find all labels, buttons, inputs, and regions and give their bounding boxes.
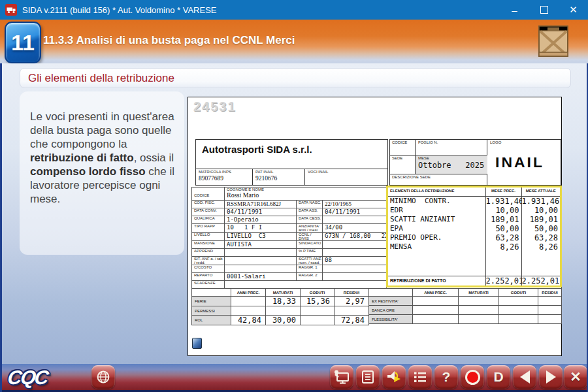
app-truck-icon: [5, 4, 17, 16]
record-button[interactable]: [461, 365, 484, 389]
help-icon: ?: [442, 369, 451, 385]
bottom-toolbar: CQC: [0, 364, 588, 392]
help-button[interactable]: ?: [434, 365, 458, 389]
payslip-head-right: CODICE FOGLIO N. SEDE MESE Ottobre 2025 …: [389, 139, 561, 186]
lesson-text-panel: Le voci presenti in quest'area della bus…: [20, 91, 184, 255]
dictionary-button[interactable]: D: [487, 365, 510, 389]
presentation-icon: [333, 369, 350, 385]
period-cell: MESE Ottobre 2025: [416, 155, 487, 174]
crate-icon: [538, 24, 568, 59]
leave-table-right: ANNI PREC.MATURATIGODUTIRESIDUI EX FESTI…: [368, 288, 562, 324]
section-title-bar: Gli elementi della retribuzione: [20, 68, 571, 88]
document-button[interactable]: [356, 365, 380, 389]
section-title: Gli elementi della retribuzione: [28, 72, 174, 85]
payslip-image: 24531 Autotrasporti SIDA s.r.l. MATRICOL…: [188, 97, 562, 356]
close-button[interactable]: ✕: [559, 0, 588, 20]
globe-icon: [96, 370, 110, 384]
window-title: SIDA v.2111 (build 156) * Aut. Voldomino…: [22, 5, 216, 15]
lesson-text: Le voci presenti in quest'area della bus…: [30, 110, 175, 206]
d-icon: D: [493, 369, 503, 385]
matricola-value: 89077689: [199, 175, 252, 182]
employee-name: Rossi Mario: [227, 191, 386, 199]
audio-button[interactable]: [382, 365, 406, 389]
cqc-logo: CQC: [7, 367, 49, 389]
lesson-title: 11.3.3 Analisi di una busta paga nel CCN…: [43, 34, 295, 47]
inail-logo: INAIL: [495, 154, 562, 171]
presentation-button[interactable]: [330, 365, 353, 389]
total-prec: 2.252,01: [485, 276, 521, 286]
record-icon: [465, 370, 480, 385]
document-icon: [361, 370, 375, 384]
list-icon: [413, 370, 427, 384]
globe-button[interactable]: [91, 365, 115, 389]
total-att: 2.252,01: [521, 276, 560, 286]
employee-table: CODICE COGNOME E NOME Rossi Mario COD. F…: [191, 187, 387, 289]
retribution-elements-table: ELEMENTI DELLA RETRIBUZIONE MESE PREC. M…: [388, 188, 560, 286]
retribution-elements-highlight: ELEMENTI DELLA RETRIBUZIONE MESE PREC. M…: [386, 186, 562, 287]
forward-button[interactable]: [539, 365, 563, 389]
forward-arrow-icon: [546, 370, 556, 384]
leave-table-left: ANNI PREC.MATURATIGODUTIRESIDUI FERIE18,…: [191, 288, 369, 325]
window-left-border: [0, 63, 2, 392]
company-name: Autotrasporti SIDA s.r.l.: [202, 144, 387, 155]
title-bar: SIDA v.2111 (build 156) * Aut. Voldomino…: [0, 0, 588, 20]
registration-row: MATRICOLA INPS 89077689 PAT INAIL 921067…: [195, 169, 388, 186]
maximize-button[interactable]: [529, 0, 559, 20]
company-box: Autotrasporti SIDA s.r.l.: [195, 139, 388, 169]
app-window: SIDA v.2111 (build 156) * Aut. Voldomino…: [0, 0, 588, 392]
lesson-header: 11 11.3.3 Analisi di una busta paga nel …: [0, 20, 588, 63]
pat-value: 9210676: [255, 175, 304, 182]
speaker-icon: [386, 369, 402, 385]
maximize-icon: [540, 6, 548, 14]
chapter-badge: 11: [5, 22, 41, 63]
back-button[interactable]: [513, 365, 536, 389]
minimize-button[interactable]: –: [500, 0, 529, 20]
list-button[interactable]: [408, 365, 432, 389]
content-area: Gli elementi della retribuzione Le voci …: [0, 63, 588, 364]
payslip-watermark: 24531: [193, 99, 237, 114]
period-value: Ottobre 2025: [418, 161, 487, 170]
exit-button[interactable]: ✕: [564, 365, 587, 389]
payslip-software-logo: [192, 338, 202, 349]
exit-x-icon: ✕: [570, 369, 581, 385]
back-arrow-icon: [520, 370, 530, 384]
